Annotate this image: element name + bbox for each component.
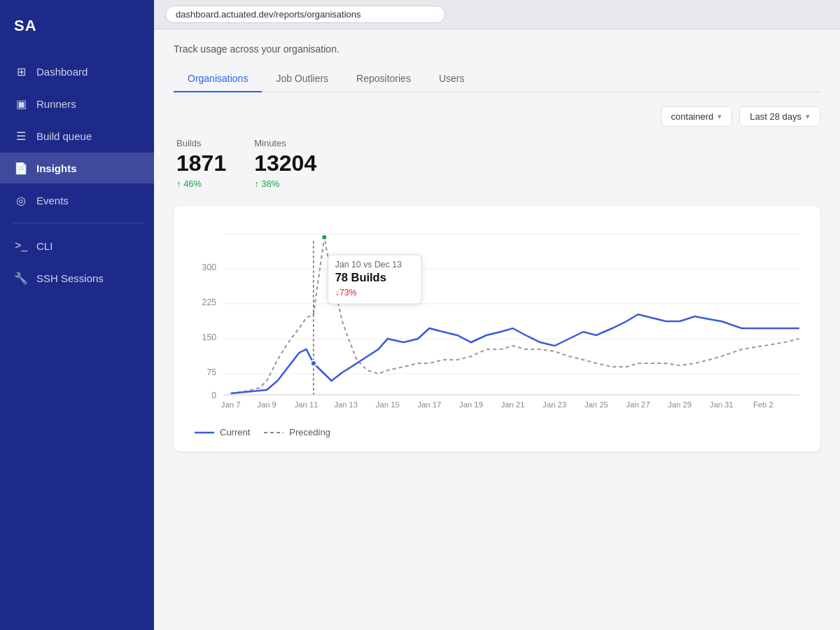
svg-text:↓73%: ↓73%	[335, 288, 357, 298]
stat-minutes-value: 13204	[254, 151, 316, 176]
sidebar-navigation: ⊞ Dashboard ▣ Runners ☰ Build queue 📄 In…	[0, 49, 154, 300]
sidebar-item-label: Dashboard	[36, 66, 88, 78]
sidebar-logo: SA	[0, 0, 154, 49]
svg-text:Jan 23: Jan 23	[542, 400, 566, 409]
legend-preceding: Preceding	[264, 427, 330, 438]
svg-text:300: 300	[202, 262, 217, 272]
tab-users[interactable]: Users	[425, 66, 479, 92]
stat-minutes-change: 38%	[254, 178, 316, 189]
sidebar-item-events[interactable]: ◎ Events	[0, 185, 154, 216]
browser-bar: dashboard.actuated.dev/reports/organisat…	[154, 0, 840, 29]
sidebar-item-dashboard[interactable]: ⊞ Dashboard	[0, 56, 154, 87]
arrow-up-icon-2	[254, 178, 261, 189]
runners-icon: ▣	[14, 97, 28, 111]
tabs-bar: Organisations Job Outliers Repositories …	[174, 66, 820, 92]
builds-chart: 0 75 150 225 300 Jan 7 Jan 9 Jan 11 Jan …	[188, 220, 806, 416]
tab-job-outliers[interactable]: Job Outliers	[262, 66, 342, 92]
stat-minutes-label: Minutes	[254, 138, 316, 148]
legend-preceding-label: Preceding	[289, 427, 330, 438]
sidebar-item-build-queue[interactable]: ☰ Build queue	[0, 120, 154, 151]
svg-text:Jan 10 vs Dec 13: Jan 10 vs Dec 13	[335, 260, 402, 270]
chart-legend: Current Preceding	[188, 427, 806, 438]
filter-type-button[interactable]: containerd	[661, 106, 733, 127]
tab-repositories[interactable]: Repositories	[342, 66, 425, 92]
insights-icon: 📄	[14, 161, 28, 175]
sidebar-item-label: Insights	[36, 162, 77, 174]
filter-period-button[interactable]: Last 28 days	[739, 106, 820, 127]
legend-current-label: Current	[220, 427, 250, 438]
dashboard-icon: ⊞	[14, 64, 28, 78]
ssh-icon: 🔧	[14, 271, 28, 285]
svg-text:Jan 27: Jan 27	[626, 400, 650, 409]
chart-container: 0 75 150 225 300 Jan 7 Jan 9 Jan 11 Jan …	[174, 206, 820, 451]
svg-point-27	[311, 360, 316, 366]
svg-text:Jan 25: Jan 25	[584, 400, 608, 409]
sidebar-item-ssh-sessions[interactable]: 🔧 SSH Sessions	[0, 262, 154, 293]
sidebar-item-label: Events	[36, 195, 69, 206]
sidebar-item-label: SSH Sessions	[36, 272, 104, 284]
sidebar-item-label: Build queue	[36, 130, 92, 142]
svg-text:Jan 15: Jan 15	[376, 400, 400, 409]
stat-builds-label: Builds	[176, 138, 226, 148]
stat-builds: Builds 1871 46%	[176, 138, 226, 189]
svg-text:Jan 9: Jan 9	[257, 400, 276, 409]
stat-builds-change: 46%	[176, 178, 226, 189]
legend-current-icon	[195, 428, 214, 437]
svg-text:Feb 2: Feb 2	[753, 400, 774, 409]
svg-point-26	[321, 234, 327, 240]
legend-current: Current	[195, 427, 250, 438]
tab-organisations[interactable]: Organisations	[174, 66, 262, 92]
page-content: Track usage across your organisation. Or…	[154, 29, 840, 630]
sidebar-divider	[11, 223, 143, 223]
build-queue-icon: ☰	[14, 129, 28, 143]
events-icon: ◎	[14, 193, 28, 207]
legend-preceding-icon	[264, 428, 284, 437]
arrow-up-icon	[176, 178, 183, 189]
sidebar-item-cli[interactable]: >_ CLI	[0, 230, 154, 261]
sidebar-item-insights[interactable]: 📄 Insights	[0, 153, 154, 183]
svg-text:78 Builds: 78 Builds	[335, 271, 386, 284]
sidebar: SA ⊞ Dashboard ▣ Runners ☰ Build queue 📄…	[0, 0, 154, 630]
stat-builds-value: 1871	[176, 151, 226, 176]
svg-text:Jan 19: Jan 19	[459, 400, 483, 409]
svg-text:225: 225	[202, 298, 217, 307]
svg-text:0: 0	[211, 391, 216, 400]
cli-icon: >_	[14, 239, 28, 253]
filters-row: containerd Last 28 days	[174, 106, 820, 127]
svg-text:Jan 29: Jan 29	[668, 400, 692, 409]
stats-row: Builds 1871 46% Minutes 13204 38%	[174, 138, 820, 189]
chart-wrapper: 0 75 150 225 300 Jan 7 Jan 9 Jan 11 Jan …	[188, 220, 806, 438]
sidebar-item-label: Runners	[36, 98, 76, 110]
svg-text:Jan 17: Jan 17	[417, 400, 441, 409]
svg-text:Jan 21: Jan 21	[501, 400, 525, 409]
page-description: Track usage across your organisation.	[174, 43, 820, 55]
svg-text:Jan 13: Jan 13	[334, 400, 358, 409]
svg-text:Jan 7: Jan 7	[221, 400, 241, 409]
svg-text:Jan 11: Jan 11	[295, 400, 318, 409]
svg-text:75: 75	[206, 368, 216, 377]
url-bar[interactable]: dashboard.actuated.dev/reports/organisat…	[165, 6, 445, 23]
svg-text:Jan 31: Jan 31	[710, 400, 734, 409]
svg-text:150: 150	[202, 332, 217, 342]
main-content: dashboard.actuated.dev/reports/organisat…	[154, 0, 840, 630]
sidebar-item-label: CLI	[36, 240, 52, 252]
stat-minutes: Minutes 13204 38%	[254, 138, 316, 189]
sidebar-item-runners[interactable]: ▣ Runners	[0, 88, 154, 119]
